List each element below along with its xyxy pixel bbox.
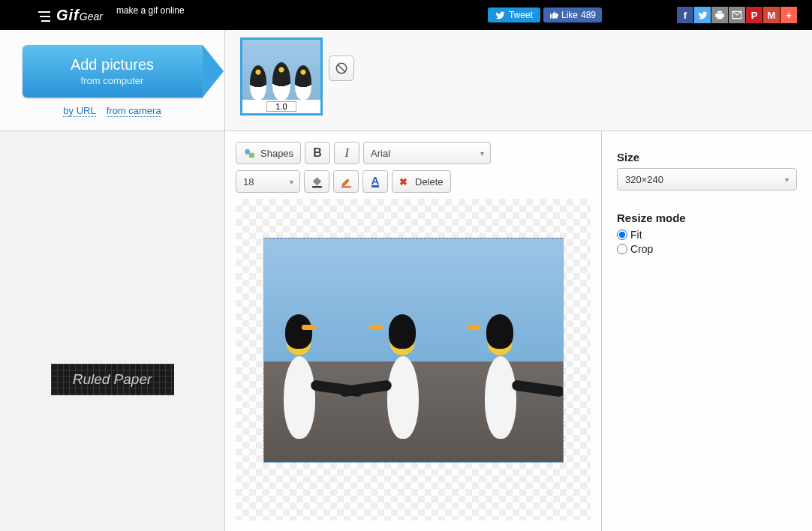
canvas-column: Shapes B I Arial 18 [225,131,602,531]
bold-button[interactable]: B [305,142,330,164]
by-url-link[interactable]: by URL [63,105,95,117]
delete-label: Delete [415,176,444,188]
resize-crop-label: Crop [630,243,653,255]
editor-column: Shapes B I Arial 18 [225,30,812,531]
clear-frame-button[interactable] [329,56,354,81]
svg-rect-3 [249,152,254,157]
logo-main: Gif [56,7,80,23]
shapes-label: Shapes [260,148,293,159]
share-pinterest-icon[interactable]: P [746,7,762,23]
frame-thumb[interactable] [240,38,323,116]
resize-heading: Resize mode [617,212,797,224]
thumbs-up-icon [549,10,558,20]
size-value: 320×240 [625,174,663,185]
toolbar-row-1: Shapes B I Arial [236,142,591,164]
twitter-icon [495,10,505,20]
add-pictures-button[interactable]: Add pictures from computer [23,45,203,98]
share-gmail-icon[interactable]: M [763,7,780,23]
svg-rect-5 [341,186,351,188]
delete-x-icon: ✖ [399,176,408,188]
font-family-value: Arial [371,148,390,159]
canvas-image[interactable] [263,238,564,463]
share-twitter-icon[interactable] [694,7,711,23]
prohibit-icon [335,62,348,75]
promo-text: Ruled Paper [73,371,152,388]
size-select[interactable]: 320×240 [617,168,797,190]
canvas-wrap [236,199,591,520]
resize-fit-label: Fit [630,229,642,241]
fill-color-button[interactable] [304,170,329,193]
tagline: make a gif online [116,5,185,16]
share-more-icon[interactable]: + [780,7,797,23]
highlight-color-button[interactable] [333,170,359,193]
from-camera-link[interactable]: from camera [107,105,161,117]
share-facebook-icon[interactable]: f [677,7,693,23]
highlighter-icon [340,176,353,188]
resize-crop-option[interactable]: Crop [617,243,797,255]
frame-duration-input[interactable] [266,101,296,112]
add-line1: Add pictures [71,56,154,74]
add-sub-links: by URL from camera [63,105,161,117]
font-family-select[interactable]: Arial [363,142,491,164]
svg-rect-4 [312,186,322,188]
shapes-button[interactable]: Shapes [236,142,301,164]
main-layout: Add pictures from computer by URL from c… [0,30,812,531]
delete-button[interactable]: ✖ Delete [392,170,451,193]
share-icons: f P M + [677,7,797,23]
top-bar: GifGear make a gif online Tweet Like 489… [0,0,812,30]
add-line2: from computer [81,75,144,86]
italic-button[interactable]: I [334,142,359,164]
tweet-button[interactable]: Tweet [488,8,540,22]
resize-fit-option[interactable]: Fit [617,229,797,241]
like-count: 489 [581,10,596,20]
frames-strip [225,30,812,131]
settings-panel: Size 320×240 Resize mode Fit Crop [602,131,812,531]
svg-line-1 [338,64,346,73]
share-print-icon[interactable] [711,7,728,23]
tweet-label: Tweet [509,10,533,20]
text-color-button[interactable]: A [362,170,388,193]
fb-like-button[interactable]: Like 489 [543,8,602,22]
font-size-select[interactable]: 18 [236,170,300,193]
paint-bucket-icon [311,176,323,188]
like-label: Like [561,10,578,20]
promo-ruled-paper[interactable]: Ruled Paper [51,364,174,395]
left-panel: Add pictures from computer by URL from c… [0,30,225,531]
frame-thumb-image [242,40,320,100]
app-logo: GifGear [56,7,103,24]
resize-fit-radio[interactable] [617,230,627,240]
font-size-value: 18 [243,176,254,188]
left-top: Add pictures from computer by URL from c… [0,30,224,131]
resize-crop-radio[interactable] [617,244,627,254]
share-email-icon[interactable] [729,7,745,23]
toolbar-row-2: 18 A ✖ Delete [236,170,591,193]
size-heading: Size [617,151,797,164]
logo-sub: Gear [80,10,103,22]
editor-area: Shapes B I Arial 18 [225,131,812,531]
shapes-icon [243,147,256,160]
